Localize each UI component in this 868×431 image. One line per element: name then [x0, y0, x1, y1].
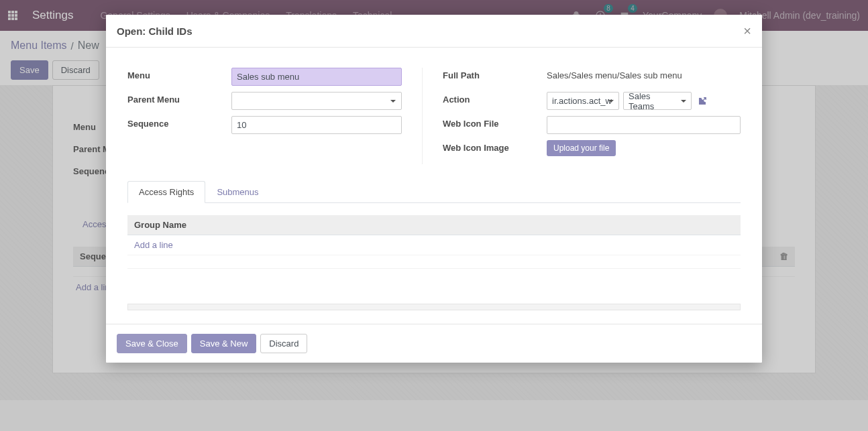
save-new-button[interactable]: Save & New	[191, 334, 257, 353]
full-path-label: Full Path	[443, 68, 547, 80]
action-label: Action	[443, 92, 547, 105]
menu-input[interactable]	[231, 68, 402, 86]
menu-label: Menu	[127, 68, 231, 80]
modal-close-button[interactable]: ×	[743, 24, 751, 38]
table-footer-slab	[127, 304, 741, 310]
table-row-empty	[127, 255, 741, 269]
child-ids-modal: Open: Child IDs × Menu Parent Menu	[106, 15, 762, 363]
action-type-value: ir.actions.act_w	[552, 96, 612, 106]
modal-discard-button[interactable]: Discard	[260, 334, 307, 353]
parent-menu-dropdown[interactable]	[231, 92, 402, 110]
sequence-label: Sequence	[127, 116, 231, 129]
parent-menu-label: Parent Menu	[127, 92, 231, 105]
tab-access-rights[interactable]: Access Rights	[127, 181, 205, 203]
web-icon-file-input[interactable]	[547, 116, 741, 134]
table-row: Add a line	[127, 235, 741, 255]
add-line-link[interactable]: Add a line	[134, 240, 173, 250]
tab-submenus[interactable]: Submenus	[205, 181, 270, 203]
action-type-select[interactable]: ir.actions.act_w	[547, 92, 619, 110]
full-path-value: Sales/Sales menu/Sales sub menu	[547, 68, 682, 80]
table-narrow-header	[719, 215, 741, 235]
group-name-header: Group Name	[127, 215, 719, 235]
external-link-icon[interactable]	[696, 97, 709, 106]
save-close-button[interactable]: Save & Close	[117, 334, 187, 353]
action-name-value: Sales Teams	[629, 91, 676, 111]
web-icon-image-label: Web Icon Image	[443, 140, 547, 153]
action-name-select[interactable]: Sales Teams	[623, 92, 692, 110]
upload-file-button[interactable]: Upload your file	[547, 140, 616, 156]
web-icon-file-label: Web Icon File	[443, 116, 547, 129]
modal-title: Open: Child IDs	[117, 25, 193, 37]
sequence-input[interactable]	[231, 116, 402, 134]
